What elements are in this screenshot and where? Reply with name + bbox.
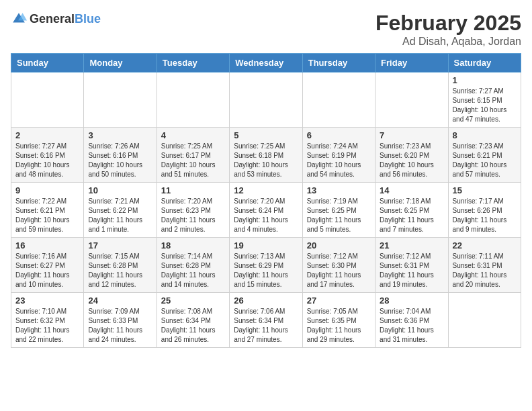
title-block: February 2025 Ad Disah, Aqaba, Jordan [375,11,521,48]
calendar-cell: 17Sunrise: 7:15 AM Sunset: 6:28 PM Dayli… [84,238,157,293]
calendar-cell: 14Sunrise: 7:18 AM Sunset: 6:25 PM Dayli… [375,183,448,238]
weekday-header-saturday: Saturday [448,54,521,73]
calendar-cell: 27Sunrise: 7:05 AM Sunset: 6:35 PM Dayli… [302,293,375,348]
day-number: 21 [380,240,443,250]
calendar-cell: 16Sunrise: 7:16 AM Sunset: 6:27 PM Dayli… [11,238,84,293]
week-row-4: 16Sunrise: 7:16 AM Sunset: 6:27 PM Dayli… [11,238,521,293]
calendar-cell: 5Sunrise: 7:25 AM Sunset: 6:18 PM Daylig… [230,128,302,183]
day-info: Sunrise: 7:20 AM Sunset: 6:24 PM Dayligh… [234,197,298,234]
day-number: 27 [307,295,371,306]
day-info: Sunrise: 7:20 AM Sunset: 6:23 PM Dayligh… [161,197,225,234]
day-number: 10 [88,185,152,195]
day-info: Sunrise: 7:22 AM Sunset: 6:21 PM Dayligh… [15,197,79,234]
calendar-cell: 4Sunrise: 7:25 AM Sunset: 6:17 PM Daylig… [157,128,229,183]
day-number: 18 [161,240,225,250]
day-number: 16 [15,240,79,250]
day-info: Sunrise: 7:25 AM Sunset: 6:18 PM Dayligh… [234,142,298,179]
day-number: 24 [88,295,152,306]
day-number: 13 [307,185,371,195]
logo-general: General [30,12,75,26]
day-info: Sunrise: 7:08 AM Sunset: 6:34 PM Dayligh… [161,307,225,345]
calendar-cell [157,73,229,128]
day-info: Sunrise: 7:23 AM Sunset: 6:21 PM Dayligh… [453,142,517,179]
day-info: Sunrise: 7:27 AM Sunset: 6:16 PM Dayligh… [15,142,79,179]
weekday-header-thursday: Thursday [302,54,375,73]
calendar-cell: 10Sunrise: 7:21 AM Sunset: 6:22 PM Dayli… [84,183,157,238]
calendar-cell: 19Sunrise: 7:13 AM Sunset: 6:29 PM Dayli… [230,238,302,293]
week-row-2: 2Sunrise: 7:27 AM Sunset: 6:16 PM Daylig… [11,128,521,183]
calendar-cell: 15Sunrise: 7:17 AM Sunset: 6:26 PM Dayli… [448,183,521,238]
day-number: 8 [453,130,517,140]
calendar-cell: 3Sunrise: 7:26 AM Sunset: 6:16 PM Daylig… [84,128,157,183]
day-number: 23 [15,295,79,306]
calendar-cell: 9Sunrise: 7:22 AM Sunset: 6:21 PM Daylig… [11,183,84,238]
month-title: February 2025 [375,11,521,36]
calendar-cell: 24Sunrise: 7:09 AM Sunset: 6:33 PM Dayli… [84,293,157,348]
calendar-cell: 13Sunrise: 7:19 AM Sunset: 6:25 PM Dayli… [302,183,375,238]
calendar-cell: 23Sunrise: 7:10 AM Sunset: 6:32 PM Dayli… [11,293,84,348]
weekday-header-monday: Monday [84,54,157,73]
day-number: 12 [234,185,298,195]
day-number: 14 [380,185,443,195]
logo-blue: Blue [75,12,101,26]
day-number: 28 [380,295,443,306]
calendar-cell: 11Sunrise: 7:20 AM Sunset: 6:23 PM Dayli… [157,183,229,238]
day-info: Sunrise: 7:11 AM Sunset: 6:31 PM Dayligh… [453,252,517,289]
calendar-cell: 22Sunrise: 7:11 AM Sunset: 6:31 PM Dayli… [448,238,521,293]
logo-icon [11,11,27,27]
day-number: 22 [453,240,517,250]
day-info: Sunrise: 7:18 AM Sunset: 6:25 PM Dayligh… [380,197,443,234]
calendar-cell [230,73,302,128]
day-info: Sunrise: 7:21 AM Sunset: 6:22 PM Dayligh… [88,197,152,234]
day-number: 9 [15,185,79,195]
calendar-cell: 26Sunrise: 7:06 AM Sunset: 6:34 PM Dayli… [230,293,302,348]
day-info: Sunrise: 7:26 AM Sunset: 6:16 PM Dayligh… [88,142,152,179]
page-header: GeneralBlue February 2025 Ad Disah, Aqab… [11,11,521,48]
calendar-cell [302,73,375,128]
calendar-cell: 18Sunrise: 7:14 AM Sunset: 6:28 PM Dayli… [157,238,229,293]
day-info: Sunrise: 7:24 AM Sunset: 6:19 PM Dayligh… [307,142,371,179]
calendar-cell: 7Sunrise: 7:23 AM Sunset: 6:20 PM Daylig… [375,128,448,183]
day-number: 3 [88,130,152,140]
calendar-cell: 2Sunrise: 7:27 AM Sunset: 6:16 PM Daylig… [11,128,84,183]
day-info: Sunrise: 7:10 AM Sunset: 6:32 PM Dayligh… [15,307,79,345]
calendar-cell: 25Sunrise: 7:08 AM Sunset: 6:34 PM Dayli… [157,293,229,348]
weekday-header-sunday: Sunday [11,54,84,73]
day-number: 2 [15,130,79,140]
weekday-header-friday: Friday [375,54,448,73]
weekday-header-tuesday: Tuesday [157,54,229,73]
day-number: 11 [161,185,225,195]
location-title: Ad Disah, Aqaba, Jordan [375,36,521,48]
day-number: 20 [307,240,371,250]
weekday-header-row: SundayMondayTuesdayWednesdayThursdayFrid… [11,54,521,73]
calendar-cell: 21Sunrise: 7:12 AM Sunset: 6:31 PM Dayli… [375,238,448,293]
weekday-header-wednesday: Wednesday [230,54,302,73]
day-info: Sunrise: 7:05 AM Sunset: 6:35 PM Dayligh… [307,307,371,345]
day-number: 19 [234,240,298,250]
week-row-5: 23Sunrise: 7:10 AM Sunset: 6:32 PM Dayli… [11,293,521,348]
day-info: Sunrise: 7:12 AM Sunset: 6:31 PM Dayligh… [380,252,443,289]
day-info: Sunrise: 7:17 AM Sunset: 6:26 PM Dayligh… [453,197,517,234]
day-info: Sunrise: 7:09 AM Sunset: 6:33 PM Dayligh… [88,307,152,345]
day-info: Sunrise: 7:23 AM Sunset: 6:20 PM Dayligh… [380,142,443,179]
week-row-1: 1Sunrise: 7:27 AM Sunset: 6:15 PM Daylig… [11,73,521,128]
calendar-cell [11,73,84,128]
day-number: 5 [234,130,298,140]
day-number: 4 [161,130,225,140]
calendar-cell [448,293,521,348]
day-number: 17 [88,240,152,250]
calendar-cell: 12Sunrise: 7:20 AM Sunset: 6:24 PM Dayli… [230,183,302,238]
calendar-cell: 1Sunrise: 7:27 AM Sunset: 6:15 PM Daylig… [448,73,521,128]
day-info: Sunrise: 7:27 AM Sunset: 6:15 PM Dayligh… [453,87,517,124]
day-info: Sunrise: 7:16 AM Sunset: 6:27 PM Dayligh… [15,252,79,289]
day-info: Sunrise: 7:06 AM Sunset: 6:34 PM Dayligh… [234,307,298,345]
week-row-3: 9Sunrise: 7:22 AM Sunset: 6:21 PM Daylig… [11,183,521,238]
calendar-cell [84,73,157,128]
day-info: Sunrise: 7:25 AM Sunset: 6:17 PM Dayligh… [161,142,225,179]
calendar-cell: 6Sunrise: 7:24 AM Sunset: 6:19 PM Daylig… [302,128,375,183]
day-info: Sunrise: 7:14 AM Sunset: 6:28 PM Dayligh… [161,252,225,289]
calendar-cell [375,73,448,128]
calendar-cell: 8Sunrise: 7:23 AM Sunset: 6:21 PM Daylig… [448,128,521,183]
day-number: 26 [234,295,298,306]
day-number: 6 [307,130,371,140]
